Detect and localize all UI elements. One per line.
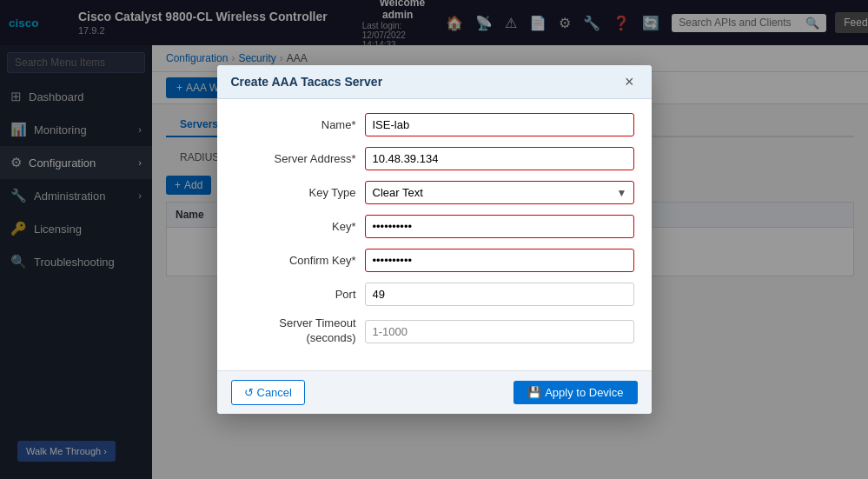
modal-header: Create AAA Tacacs Server × [217,65,652,99]
form-row-server-timeout: Server Timeout (seconds) [235,316,634,346]
key-input[interactable] [365,215,634,238]
apply-device-button[interactable]: 💾 Apply to Device [514,381,637,404]
key-type-label: Key Type [235,186,356,199]
name-input[interactable] [365,113,634,136]
form-row-port: Port [235,283,634,306]
modal-footer: ↺ Cancel 💾 Apply to Device [217,370,652,414]
confirm-key-label: Confirm Key* [235,254,356,267]
server-timeout-input[interactable] [365,320,634,343]
form-row-key: Key* [235,215,634,238]
key-label: Key* [235,220,356,233]
key-type-select[interactable]: Clear Text Encrypted [365,181,634,204]
cancel-icon: ↺ [244,386,254,399]
form-row-server-address: Server Address* [235,147,634,170]
modal-create-aaa-tacacs: Create AAA Tacacs Server × Name* Server … [217,65,652,414]
modal-body: Name* Server Address* Key Type Clear Tex… [217,99,652,370]
modal-title: Create AAA Tacacs Server [231,75,383,89]
modal-close-button[interactable]: × [621,74,638,90]
modal-overlay: Create AAA Tacacs Server × Name* Server … [0,0,868,479]
form-row-key-type: Key Type Clear Text Encrypted ▼ [235,181,634,204]
cancel-label: Cancel [257,386,292,399]
apply-icon: 💾 [527,386,541,399]
server-address-input[interactable] [365,147,634,170]
server-timeout-label: Server Timeout (seconds) [235,316,356,346]
name-label: Name* [235,118,356,131]
port-label: Port [235,288,356,301]
cancel-button[interactable]: ↺ Cancel [231,380,305,405]
apply-label: Apply to Device [545,386,623,399]
key-type-select-wrap: Clear Text Encrypted ▼ [365,181,634,204]
form-row-name: Name* [235,113,634,136]
form-row-confirm-key: Confirm Key* [235,249,634,272]
port-input[interactable] [365,283,634,306]
confirm-key-input[interactable] [365,249,634,272]
server-address-label: Server Address* [235,152,356,165]
